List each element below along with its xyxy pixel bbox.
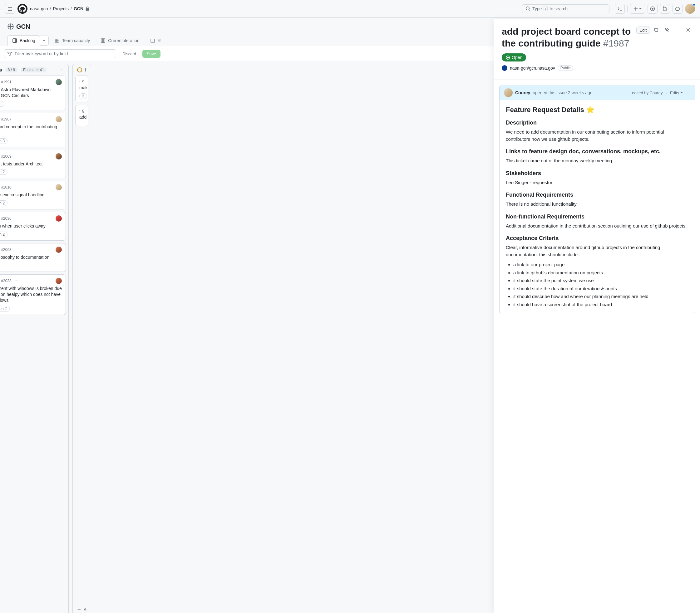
topbar: nasa-gcn / Projects / GCN Type / to sear… [0,0,700,18]
list-item: it should have a screenshot of the proje… [513,301,688,309]
comment-menu-button[interactable]: ⋯ [686,91,690,95]
list-item: a link to github's documentation on proj… [513,269,688,277]
status-badge: Open [502,53,526,62]
project-name: GCN [16,23,30,30]
visibility-badge: Public [558,65,573,71]
edits-dropdown[interactable]: Edits [670,91,683,95]
list-item: it should state the point system we use [513,276,688,285]
issues-button[interactable] [648,4,658,14]
issue-title: add project board concept to the contrib… [502,26,633,49]
svg-rect-30 [655,29,658,31]
card-number: #1987 [1,117,11,121]
card-number: #2010 [1,185,11,190]
unpin-icon[interactable] [662,26,671,34]
nasa-icon [502,65,507,71]
assignee-avatar [55,216,62,222]
breadcrumb-org[interactable]: nasa-gcn [30,6,48,11]
card-title: hide date menu when user clicks away [0,223,62,229]
create-new-button[interactable] [630,4,645,14]
svg-rect-9 [101,39,105,42]
command-palette-button[interactable] [615,4,625,14]
save-button[interactable]: Save [142,50,160,58]
iteration-label: Iteration 2 [0,306,10,312]
search-input[interactable]: Type / to search [522,4,609,13]
discard-button[interactable]: Discard [119,50,140,58]
copy-link-icon[interactable] [652,26,661,34]
notifications-button[interactable] [673,4,683,14]
close-panel-button[interactable] [684,26,692,34]
svg-point-28 [80,111,80,111]
svg-point-2 [663,6,664,8]
svg-point-27 [80,110,80,110]
card-number: #1991 [1,80,11,84]
notification-dot [692,3,696,6]
column-partial-right: I g mak 3 g add A [73,64,91,613]
card-title: Local development with windows is broken… [0,286,62,303]
filter-input[interactable]: Filter by keyword or by field [4,49,116,58]
github-logo[interactable] [17,4,27,14]
list-item: it should state the duration of our iter… [513,285,688,293]
issue-card[interactable]: gcn.nasa.gov #2063 Add testing philosoph… [0,243,66,272]
assignee-avatar [55,247,62,253]
card-title: experiment with execa signal handling [0,192,62,198]
iteration-label: Iteration 3 [0,138,8,144]
svg-rect-10 [151,39,155,42]
column-menu-button[interactable]: ⋯ [59,67,64,73]
tab-backlog[interactable]: Backlog [8,35,40,46]
issue-card[interactable]: gcn.nasa.gov #1991 Add tooltips for Astr… [0,76,66,110]
svg-point-3 [663,10,664,11]
repo-link[interactable]: nasa-gcn/gcn.nasa.gov [510,66,555,70]
panel-menu-button[interactable]: ⋯ [673,26,682,34]
svg-point-29 [80,111,80,111]
list-item: a link to our project page [513,261,688,269]
issue-card[interactable]: gcn.nasa.gov #2010 experiment with execa… [0,181,66,209]
comment-body: Feature Request Details ⭐ Description We… [500,100,695,314]
edit-button[interactable]: Edit [636,27,650,34]
card-title: add project board concept to the contrib… [0,124,62,136]
add-item-button[interactable]: A [73,604,91,613]
menu-button[interactable] [5,4,15,14]
assignee-avatar [55,116,62,122]
iteration-label: Iteration 2 [0,200,8,206]
svg-rect-7 [13,39,16,42]
pull-requests-button[interactable] [660,4,670,14]
card-number: #2036 [1,216,11,221]
breadcrumb-projects[interactable]: Projects [53,6,69,11]
author-name[interactable]: Courey [515,90,530,95]
project-icon [8,23,14,30]
column-in-progress: in progress 8 / 8 Estimate: 41 ⋯ gcn.nas… [0,64,69,613]
issue-comment: Courey opened this issue 2 weeks ago edi… [499,85,695,314]
card-title: Add testing philosophy to documentation [0,255,62,260]
card-number: #2063 [1,248,11,252]
svg-rect-8 [55,39,59,42]
assignee-avatar [55,278,62,284]
user-avatar[interactable] [685,4,695,14]
list-item: it should describe how and where our pla… [513,292,688,301]
card-number: #2009 [1,154,11,159]
assignee-avatar [55,153,62,159]
svg-point-32 [507,57,509,58]
tab-more[interactable]: R [145,35,166,46]
add-item-button[interactable]: Add item [0,604,68,613]
breadcrumb-project[interactable]: GCN [74,6,83,11]
issue-card[interactable]: gcn.nasa.gov #2038⋯ Local development wi… [0,274,66,315]
search-icon [526,6,530,11]
tab-current-iteration[interactable]: Current iteration [96,35,144,46]
svg-point-4 [666,10,667,11]
card-title: Add tooltips for Astro Flavored Markdown… [0,87,62,99]
caret-down-icon [639,8,641,9]
assignee-avatar [55,79,62,85]
issue-card[interactable]: gcn.nasa.gov #1987 add project board con… [0,113,66,147]
issue-card[interactable]: gcn.nasa.gov #2009 Run Python unit tests… [0,150,66,179]
svg-point-26 [80,81,80,81]
tab-team-capacity[interactable]: Team capacity [50,35,95,46]
filter-icon [7,51,12,56]
card-partial[interactable]: g mak 3 [75,76,88,102]
status-circle-icon [77,67,82,73]
issue-card[interactable]: gcn.nasa.gov #2036 hide date menu when u… [0,212,66,240]
card-title: Run Python unit tests under Architect [0,161,62,167]
tab-dropdown[interactable] [40,36,49,45]
author-avatar[interactable] [504,88,513,97]
card-partial[interactable]: g add [75,105,88,126]
breadcrumb: nasa-gcn / Projects / GCN [30,6,90,11]
